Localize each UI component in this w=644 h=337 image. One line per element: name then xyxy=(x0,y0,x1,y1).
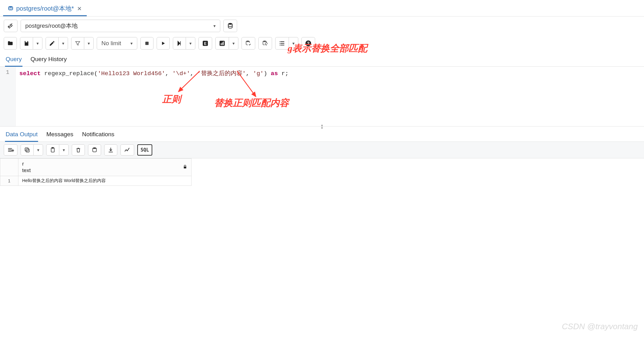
svg-rect-2 xyxy=(145,42,149,45)
svg-rect-14 xyxy=(25,148,28,151)
svg-rect-6 xyxy=(221,43,222,45)
watermark: CSDN @trayvontang xyxy=(562,322,638,331)
svg-rect-8 xyxy=(223,42,224,45)
file-tab[interactable]: postgres/root@本地* ✕ xyxy=(3,2,87,16)
graph-button[interactable] xyxy=(120,144,134,156)
copy-icon xyxy=(24,147,30,153)
save-icon xyxy=(23,40,30,46)
svg-text:E: E xyxy=(204,41,207,46)
svg-rect-13 xyxy=(26,149,29,152)
database-check-icon xyxy=(245,40,252,47)
execute-options-dropdown[interactable]: ▾ xyxy=(186,37,195,50)
table-row[interactable]: 1 Hello替换之后的内容 World替换之后的内容 xyxy=(0,176,192,185)
svg-point-9 xyxy=(246,41,250,42)
chevron-down-icon: ▾ xyxy=(88,41,90,46)
download-button[interactable] xyxy=(104,144,117,156)
line-number: 1 xyxy=(6,69,9,75)
row-limit-select[interactable]: No limit ▾ xyxy=(97,37,137,50)
output-toolbar: ▾ ▾ SQL xyxy=(0,142,644,158)
chevron-down-icon: ▾ xyxy=(37,147,39,152)
chevron-down-icon: ▾ xyxy=(130,41,133,46)
download-icon xyxy=(108,147,114,153)
edit-group: ▾ xyxy=(46,37,68,50)
svg-point-10 xyxy=(263,41,266,42)
execute-button[interactable] xyxy=(157,37,170,50)
tab-query[interactable]: Query xyxy=(5,53,22,67)
new-connection-button[interactable] xyxy=(223,20,237,32)
column-type: text xyxy=(22,167,31,174)
sql-button[interactable]: SQL xyxy=(137,144,152,156)
editor-tabs: Query Query History xyxy=(0,51,644,67)
filter-group: ▾ xyxy=(71,37,94,50)
line-gutter: 1 xyxy=(0,67,16,126)
resize-handle-icon[interactable]: ↕ xyxy=(320,122,324,130)
add-row-icon xyxy=(7,147,14,153)
edit-dropdown[interactable]: ▾ xyxy=(59,37,68,50)
paste-dropdown[interactable]: ▾ xyxy=(59,144,69,156)
paste-button[interactable] xyxy=(46,144,59,156)
table-header-row: r text xyxy=(0,159,192,176)
query-editor[interactable]: 1 select regexp_replace('Hello123 World4… xyxy=(0,67,644,127)
database-icon xyxy=(227,22,234,29)
play-icon xyxy=(160,41,166,46)
lock-icon xyxy=(183,164,188,170)
filter-dropdown[interactable]: ▾ xyxy=(84,37,94,50)
tab-close-icon[interactable]: ✕ xyxy=(76,5,82,12)
explain-analyze-button[interactable] xyxy=(215,37,229,50)
tab-data-output[interactable]: Data Output xyxy=(5,128,38,142)
svg-rect-7 xyxy=(222,42,222,45)
result-table: r text 1 Hello替换之后的内容 World替换之后的内容 xyxy=(0,158,192,186)
save-data-button[interactable] xyxy=(88,144,101,156)
tab-query-history[interactable]: Query History xyxy=(30,53,67,66)
explain-button[interactable]: E xyxy=(198,37,212,50)
analyze-group: ▾ xyxy=(215,37,238,50)
delete-button[interactable] xyxy=(72,144,85,156)
folder-icon xyxy=(7,40,13,46)
plug-icon xyxy=(7,22,14,29)
add-row-button[interactable] xyxy=(4,144,17,156)
database-save-icon xyxy=(91,147,98,153)
column-name: r xyxy=(22,161,31,167)
open-file-button[interactable] xyxy=(4,37,17,50)
connection-select[interactable]: postgres/root@本地 ▾ xyxy=(21,20,220,32)
output-panel: ↕ Data Output Messages Notifications ▾ ▾… xyxy=(0,127,644,186)
macros-dropdown[interactable]: ▾ xyxy=(289,37,298,50)
connection-status-button[interactable] xyxy=(4,20,17,32)
list-icon xyxy=(279,40,285,47)
row-number: 1 xyxy=(0,176,18,185)
copy-button[interactable] xyxy=(21,144,34,156)
help-icon: ? xyxy=(305,40,312,47)
copy-dropdown[interactable]: ▾ xyxy=(34,144,43,156)
execute-options-group: ▾ xyxy=(173,37,195,50)
row-limit-label: No limit xyxy=(101,40,121,47)
chevron-down-icon: ▾ xyxy=(213,23,216,28)
tab-title: postgres/root@本地* xyxy=(16,4,74,13)
cell-value[interactable]: Hello替换之后的内容 World替换之后的内容 xyxy=(18,176,192,185)
commit-button[interactable] xyxy=(242,37,255,50)
stop-button[interactable] xyxy=(140,37,154,50)
macros-button[interactable] xyxy=(275,37,289,50)
rollback-button[interactable] xyxy=(258,37,272,50)
connection-row: postgres/root@本地 ▾ xyxy=(0,17,644,35)
funnel-icon xyxy=(75,40,81,46)
pencil-icon xyxy=(49,40,55,46)
play-cursor-icon xyxy=(176,40,183,46)
chevron-down-icon: ▾ xyxy=(189,41,192,46)
clipboard-icon xyxy=(50,147,56,153)
tab-messages[interactable]: Messages xyxy=(46,128,74,142)
trash-icon xyxy=(75,147,81,153)
chevron-down-icon: ▾ xyxy=(63,147,65,152)
save-dropdown[interactable]: ▾ xyxy=(33,37,42,50)
save-button[interactable] xyxy=(20,37,33,50)
execute-options-button[interactable] xyxy=(173,37,186,50)
chevron-down-icon: ▾ xyxy=(292,41,295,46)
help-button[interactable]: ? xyxy=(301,37,315,50)
stop-icon xyxy=(144,41,150,46)
chevron-down-icon: ▾ xyxy=(37,41,39,46)
filter-button[interactable] xyxy=(71,37,84,50)
tab-notifications[interactable]: Notifications xyxy=(81,128,115,142)
sql-label: SQL xyxy=(140,147,149,153)
column-header[interactable]: r text xyxy=(18,159,192,176)
edit-button[interactable] xyxy=(46,37,59,50)
explain-analyze-dropdown[interactable]: ▾ xyxy=(229,37,238,50)
